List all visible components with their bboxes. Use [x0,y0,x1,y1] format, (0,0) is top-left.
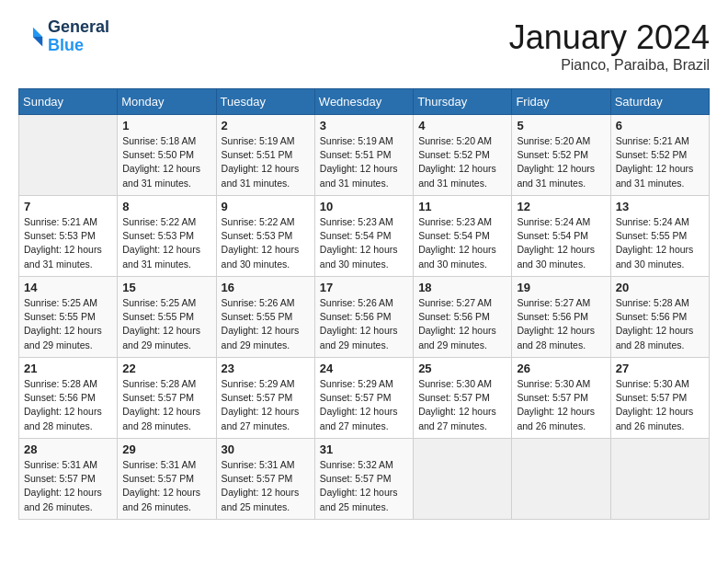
day-cell: 22Sunrise: 5:28 AMSunset: 5:57 PMDayligh… [118,358,216,439]
day-info: Sunrise: 5:23 AMSunset: 5:54 PMDaylight:… [418,215,506,271]
day-number: 1 [122,119,210,132]
day-info: Sunrise: 5:31 AMSunset: 5:57 PMDaylight:… [122,458,210,514]
day-info: Sunrise: 5:31 AMSunset: 5:57 PMDaylight:… [24,458,112,514]
day-cell: 23Sunrise: 5:29 AMSunset: 5:57 PMDayligh… [216,358,314,439]
day-info: Sunrise: 5:28 AMSunset: 5:57 PMDaylight:… [122,377,210,433]
day-cell: 30Sunrise: 5:31 AMSunset: 5:57 PMDayligh… [216,439,314,520]
day-info: Sunrise: 5:20 AMSunset: 5:52 PMDaylight:… [517,134,605,190]
calendar-table: SundayMondayTuesdayWednesdayThursdayFrid… [18,88,710,520]
title-block: January 2024 Pianco, Paraiba, Brazil [509,18,710,74]
day-info: Sunrise: 5:30 AMSunset: 5:57 PMDaylight:… [418,377,506,433]
svg-rect-3 [18,24,33,50]
day-cell: 15Sunrise: 5:25 AMSunset: 5:55 PMDayligh… [118,277,216,358]
location: Pianco, Paraiba, Brazil [509,57,710,74]
day-number: 23 [222,362,310,375]
day-cell [414,439,512,520]
day-number: 5 [517,119,605,132]
week-row-5: 28Sunrise: 5:31 AMSunset: 5:57 PMDayligh… [19,439,710,520]
day-number: 22 [122,362,210,375]
day-info: Sunrise: 5:22 AMSunset: 5:53 PMDaylight:… [122,215,210,271]
day-number: 16 [222,281,310,294]
day-number: 19 [517,281,605,294]
day-cell: 25Sunrise: 5:30 AMSunset: 5:57 PMDayligh… [414,358,512,439]
day-cell: 29Sunrise: 5:31 AMSunset: 5:57 PMDayligh… [118,439,216,520]
day-cell: 3Sunrise: 5:19 AMSunset: 5:51 PMDaylight… [314,115,413,196]
day-number: 6 [616,119,704,132]
day-cell [610,439,709,520]
header-cell-saturday: Saturday [610,89,709,115]
day-number: 28 [24,442,112,456]
day-cell: 2Sunrise: 5:19 AMSunset: 5:51 PMDaylight… [216,115,314,196]
day-info: Sunrise: 5:30 AMSunset: 5:57 PMDaylight:… [616,377,704,433]
page-header: General Blue January 2024 Pianco, Paraib… [18,18,710,74]
day-cell: 26Sunrise: 5:30 AMSunset: 5:57 PMDayligh… [512,358,610,439]
day-number: 26 [517,362,605,375]
day-info: Sunrise: 5:27 AMSunset: 5:56 PMDaylight:… [418,296,506,352]
day-info: Sunrise: 5:23 AMSunset: 5:54 PMDaylight:… [320,215,408,271]
day-info: Sunrise: 5:25 AMSunset: 5:55 PMDaylight:… [24,296,112,352]
day-number: 27 [616,362,704,375]
day-info: Sunrise: 5:27 AMSunset: 5:56 PMDaylight:… [517,296,605,352]
header-cell-friday: Friday [512,89,610,115]
day-number: 7 [24,200,112,213]
day-info: Sunrise: 5:29 AMSunset: 5:57 PMDaylight:… [222,377,310,433]
week-row-1: 1Sunrise: 5:18 AMSunset: 5:50 PMDaylight… [19,115,710,196]
week-row-4: 21Sunrise: 5:28 AMSunset: 5:56 PMDayligh… [19,358,710,439]
day-cell: 10Sunrise: 5:23 AMSunset: 5:54 PMDayligh… [314,196,413,277]
day-cell [19,115,118,196]
day-info: Sunrise: 5:19 AMSunset: 5:51 PMDaylight:… [320,134,408,190]
day-info: Sunrise: 5:21 AMSunset: 5:52 PMDaylight:… [616,134,704,190]
week-row-2: 7Sunrise: 5:21 AMSunset: 5:53 PMDaylight… [19,196,710,277]
day-cell: 16Sunrise: 5:26 AMSunset: 5:55 PMDayligh… [216,277,314,358]
day-info: Sunrise: 5:20 AMSunset: 5:52 PMDaylight:… [418,134,506,190]
day-cell: 19Sunrise: 5:27 AMSunset: 5:56 PMDayligh… [512,277,610,358]
day-cell: 4Sunrise: 5:20 AMSunset: 5:52 PMDaylight… [414,115,512,196]
day-number: 12 [517,200,605,213]
day-info: Sunrise: 5:19 AMSunset: 5:51 PMDaylight:… [222,134,310,190]
day-info: Sunrise: 5:26 AMSunset: 5:55 PMDaylight:… [222,296,310,352]
day-cell [512,439,610,520]
day-number: 14 [24,281,112,294]
day-number: 18 [418,281,506,294]
day-number: 15 [122,281,210,294]
day-number: 11 [418,200,506,213]
day-number: 17 [320,281,408,294]
day-cell: 11Sunrise: 5:23 AMSunset: 5:54 PMDayligh… [414,196,512,277]
day-cell: 13Sunrise: 5:24 AMSunset: 5:55 PMDayligh… [610,196,709,277]
header-cell-wednesday: Wednesday [314,89,413,115]
day-cell: 9Sunrise: 5:22 AMSunset: 5:53 PMDaylight… [216,196,314,277]
day-info: Sunrise: 5:24 AMSunset: 5:55 PMDaylight:… [616,215,704,271]
day-info: Sunrise: 5:32 AMSunset: 5:57 PMDaylight:… [320,458,408,514]
day-number: 25 [418,362,506,375]
header-cell-tuesday: Tuesday [216,89,314,115]
day-info: Sunrise: 5:31 AMSunset: 5:57 PMDaylight:… [222,458,310,514]
header-cell-thursday: Thursday [414,89,512,115]
day-number: 3 [320,119,408,132]
day-cell: 8Sunrise: 5:22 AMSunset: 5:53 PMDaylight… [118,196,216,277]
week-row-3: 14Sunrise: 5:25 AMSunset: 5:55 PMDayligh… [19,277,710,358]
day-cell: 12Sunrise: 5:24 AMSunset: 5:54 PMDayligh… [512,196,610,277]
header-cell-monday: Monday [118,89,216,115]
day-info: Sunrise: 5:18 AMSunset: 5:50 PMDaylight:… [122,134,210,190]
day-cell: 27Sunrise: 5:30 AMSunset: 5:57 PMDayligh… [610,358,709,439]
day-info: Sunrise: 5:28 AMSunset: 5:56 PMDaylight:… [616,296,704,352]
day-number: 31 [320,442,408,456]
day-cell: 6Sunrise: 5:21 AMSunset: 5:52 PMDaylight… [610,115,709,196]
day-number: 21 [24,362,112,375]
day-cell: 18Sunrise: 5:27 AMSunset: 5:56 PMDayligh… [414,277,512,358]
day-cell: 24Sunrise: 5:29 AMSunset: 5:57 PMDayligh… [314,358,413,439]
day-info: Sunrise: 5:26 AMSunset: 5:56 PMDaylight:… [320,296,408,352]
day-cell: 21Sunrise: 5:28 AMSunset: 5:56 PMDayligh… [19,358,118,439]
day-info: Sunrise: 5:28 AMSunset: 5:56 PMDaylight:… [24,377,112,433]
day-cell: 7Sunrise: 5:21 AMSunset: 5:53 PMDaylight… [19,196,118,277]
day-info: Sunrise: 5:30 AMSunset: 5:57 PMDaylight:… [517,377,605,433]
day-info: Sunrise: 5:24 AMSunset: 5:54 PMDaylight:… [517,215,605,271]
day-cell: 5Sunrise: 5:20 AMSunset: 5:52 PMDaylight… [512,115,610,196]
day-number: 13 [616,200,704,213]
day-cell: 1Sunrise: 5:18 AMSunset: 5:50 PMDaylight… [118,115,216,196]
logo: General Blue [18,18,109,55]
day-number: 30 [222,442,310,456]
day-info: Sunrise: 5:29 AMSunset: 5:57 PMDaylight:… [320,377,408,433]
day-number: 10 [320,200,408,213]
day-number: 20 [616,281,704,294]
